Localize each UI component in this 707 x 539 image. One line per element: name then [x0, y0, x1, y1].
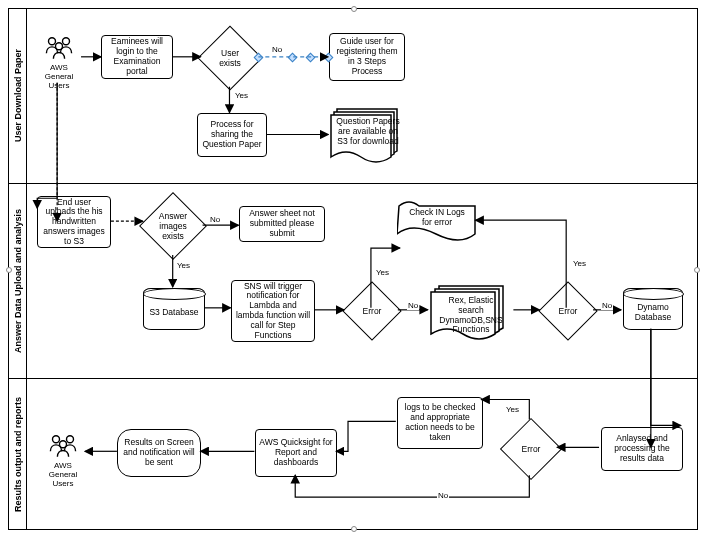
node-results-screen[interactable]: Results on Screen and notification will … — [117, 429, 201, 477]
swimlane-user-download: User Download Paper AWS General Users Ea… — [9, 9, 697, 184]
swimlane-answer-upload: Answer Data Upload and analysis End user… — [9, 184, 697, 379]
svg-point-5 — [60, 441, 67, 448]
edge-no: No — [209, 215, 221, 224]
decision-answer-exists[interactable]: Answer images exists — [149, 202, 197, 250]
edge-no: No — [407, 301, 419, 310]
node-login[interactable]: Eaminees will login to the Examination p… — [101, 35, 173, 79]
lane-label-1: User Download Paper — [9, 9, 27, 183]
selection-handle[interactable] — [306, 53, 316, 63]
svg-point-2 — [56, 43, 63, 50]
lane-label-2: Answer Data Upload and analysis — [9, 184, 27, 378]
decision-error-3[interactable]: Error — [509, 427, 553, 471]
node-analysed[interactable]: Anlaysed and processing the results data — [601, 427, 683, 471]
edge-yes: Yes — [572, 259, 587, 268]
node-dynamo[interactable]: Dynamo Database — [623, 288, 683, 330]
svg-point-1 — [63, 38, 70, 45]
edge-yes: Yes — [505, 405, 520, 414]
edge-yes: Yes — [375, 268, 390, 277]
node-quicksight[interactable]: AWS Quicksight for Report and dashboards — [255, 429, 337, 477]
edge-no: No — [601, 301, 613, 310]
lane-label-3: Results output and reports — [9, 379, 27, 530]
node-process-share[interactable]: Process for sharing the Question Paper — [197, 113, 267, 157]
node-sns-lambda[interactable]: SNS will trigger notification for Lambda… — [231, 280, 315, 342]
svg-point-0 — [49, 38, 56, 45]
edge-yes: Yes — [176, 261, 191, 270]
swimlane-results: Results output and reports AWS General U… — [9, 379, 697, 530]
node-check-logs[interactable]: Check IN Logs for error — [397, 200, 477, 242]
svg-point-3 — [53, 436, 60, 443]
actor-aws-users-top: AWS General Users — [37, 35, 81, 90]
edge-yes: Yes — [234, 91, 249, 100]
edge-no: No — [437, 491, 449, 500]
node-not-submitted[interactable]: Answer sheet not submitted please submit — [239, 206, 325, 242]
users-icon — [42, 35, 76, 63]
node-guide[interactable]: Guide user for registering them in 3 Ste… — [329, 33, 405, 81]
selection-handle[interactable] — [288, 53, 298, 63]
actor-aws-users-bottom: AWS General Users — [41, 433, 85, 488]
node-s3-database[interactable]: S3 Database — [143, 288, 205, 330]
node-papers-s3[interactable]: Question Papers are available on S3 for … — [329, 107, 409, 163]
decision-error-2[interactable]: Error — [547, 290, 589, 332]
decision-user-exists[interactable]: User exists — [207, 35, 253, 81]
decision-error-1[interactable]: Error — [351, 290, 393, 332]
users-icon — [46, 433, 80, 461]
svg-point-4 — [67, 436, 74, 443]
node-upload[interactable]: End user uploads the his handwritten ans… — [37, 196, 111, 248]
diagram-frame: User Download Paper AWS General Users Ea… — [8, 8, 698, 530]
actor-label: AWS General Users — [37, 63, 81, 90]
edge-no: No — [271, 45, 283, 54]
node-rex-stack[interactable]: Rex, Elastic search DynamoDB,SNS Functio… — [429, 284, 515, 340]
node-logs-action[interactable]: logs to be checked and appropriate actio… — [397, 397, 483, 449]
actor-label: AWS General Users — [41, 461, 85, 488]
